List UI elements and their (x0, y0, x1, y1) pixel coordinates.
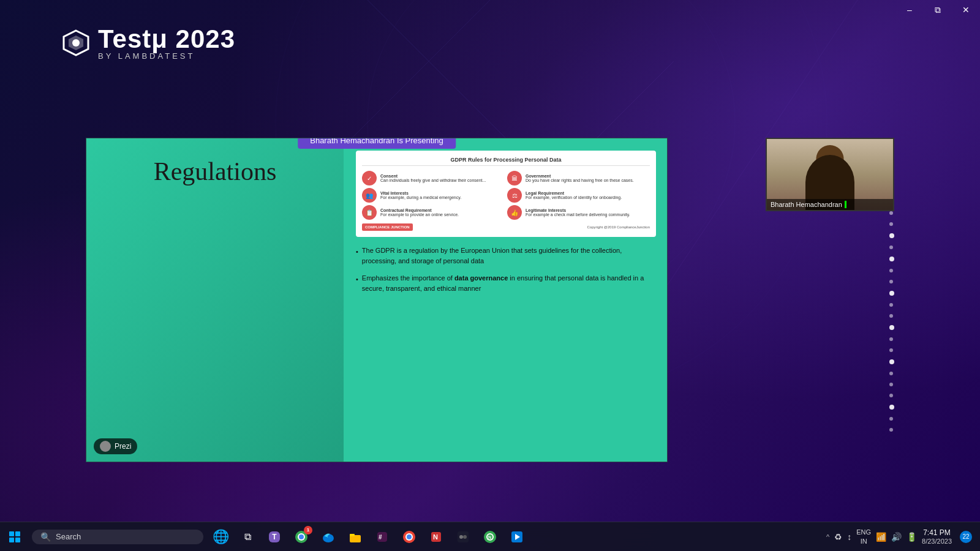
taskbar-app-cortana[interactable]: 🌐 (208, 525, 233, 549)
search-label: Search (56, 532, 81, 541)
sdot (889, 394, 893, 397)
gdpr-item-legal: ⚖ Legal Requirement For example, verific… (507, 188, 650, 203)
taskbar-app-art[interactable] (451, 525, 475, 549)
taskbar-app-explorer[interactable] (343, 525, 368, 549)
gdpr-contractual-icon: 📋 (362, 205, 377, 220)
gdpr-footer: COMPLIANCE JUNCTION Copyright @2019 Comp… (362, 223, 650, 231)
sdot (889, 314, 893, 318)
taskbar-app-teams[interactable]: T (262, 525, 287, 549)
svg-point-24 (463, 535, 467, 539)
gdpr-item-consent: ✓ Consent Can individuals freely give an… (362, 171, 505, 186)
testmu-logo-icon (61, 28, 91, 58)
tray-expand-button[interactable]: ^ (826, 533, 829, 541)
svg-text:#: # (379, 534, 382, 541)
taskbar-search[interactable]: 🔍 Search (32, 530, 203, 544)
gdpr-item-vital: 👥 Vital Interests For example, during a … (362, 188, 505, 203)
gdpr-consent-icon: ✓ (362, 171, 377, 186)
speaker-camera: Bharath Hemachandran (766, 138, 894, 211)
taskview-icon: ⧉ (244, 531, 251, 542)
gdpr-government-icon: 🏛 (507, 171, 522, 186)
svg-point-23 (459, 535, 463, 539)
prezi-watermark: Prezi (94, 438, 137, 454)
taskbar-app-edge[interactable] (316, 525, 341, 549)
close-button[interactable]: ✕ (952, 0, 980, 20)
gdpr-legitimate-icon: 👍 (507, 205, 522, 220)
sdot (889, 269, 893, 272)
speaker-name-bar: Bharath Hemachandran (767, 199, 893, 210)
sdot (889, 325, 894, 330)
logo-area: Testμ 2023 BY LAMBDATEST (61, 24, 235, 61)
gdpr-vital-icon: 👥 (362, 188, 377, 203)
gdpr-info-box: GDPR Rules for Processing Personal Data … (356, 151, 656, 237)
gdpr-legal-icon: ⚖ (507, 188, 522, 203)
sdot (889, 233, 894, 238)
svg-text:N: N (433, 533, 438, 541)
tray-recycle-icon[interactable]: ♻ (834, 532, 842, 542)
compliance-badge: COMPLIANCE JUNCTION (362, 223, 413, 231)
sdot (889, 383, 893, 386)
sdot (889, 257, 894, 261)
teams-icon: T (269, 531, 279, 542)
sdot (889, 291, 894, 296)
battery-icon[interactable]: 🔋 (907, 532, 917, 542)
sdot (889, 303, 893, 307)
sdot (889, 211, 893, 215)
taskbar-app-chrome-green[interactable]: 1 (289, 525, 314, 549)
logo-text-main: Testμ 2023 (98, 24, 235, 54)
sdot (889, 280, 893, 283)
language-selector[interactable]: ENG IN (856, 528, 871, 545)
language-region: IN (856, 537, 871, 545)
gdpr-box-title: GDPR Rules for Processing Personal Data (362, 157, 650, 166)
wifi-icon[interactable]: 📶 (876, 532, 886, 542)
speaker-name: Bharath Hemachandran (771, 201, 842, 208)
volume-icon[interactable]: 🔊 (891, 532, 902, 542)
sdot (889, 222, 893, 226)
taskbar-app-chrome-n[interactable]: N (478, 525, 502, 549)
notification-badge: 22 (960, 531, 972, 543)
taskbar: 🔍 Search 🌐 ⧉ T 1 (0, 522, 980, 551)
chrome-n-icon: N (483, 530, 497, 544)
cortana-icon: 🌐 (213, 529, 229, 545)
restore-button[interactable]: ⧉ (924, 0, 952, 20)
bullet-item-1: • The GDPR is a regulation by the Europe… (356, 246, 656, 266)
language-code: ENG (856, 528, 871, 536)
svg-rect-14 (350, 534, 355, 536)
sdot (889, 372, 893, 375)
notification-button[interactable]: 22 (957, 525, 975, 549)
bullet-dot-1: • (356, 247, 358, 257)
slack-icon: # (375, 530, 389, 544)
sdot (889, 428, 893, 432)
taskbar-app-chrome-red[interactable] (397, 525, 421, 549)
art-app-icon (456, 530, 470, 544)
sdot (889, 359, 894, 364)
clock[interactable]: 7:41 PM 8/23/2023 (922, 528, 952, 545)
media-player-icon (510, 530, 524, 544)
sdot (889, 417, 893, 421)
taskbar-app-pin[interactable]: N (424, 525, 448, 549)
slide-title: Regulations (154, 157, 277, 186)
sdot (889, 348, 893, 352)
clock-date: 8/23/2023 (922, 538, 952, 545)
windows-logo (9, 531, 20, 542)
bullet-item-2: • Emphasizes the importance of data gove… (356, 273, 656, 293)
slide-left-panel: Regulations (86, 138, 344, 462)
system-tray: ^ ♻ ↕ ENG IN 📶 🔊 🔋 7:41 PM 8/23/2023 22 (826, 525, 980, 549)
bullet-dot-2: • (356, 274, 358, 285)
svg-point-19 (407, 534, 412, 539)
taskbar-app-slack[interactable]: # (370, 525, 394, 549)
taskbar-apps: 🌐 ⧉ T 1 (208, 525, 529, 549)
side-dots-decoration (864, 211, 894, 444)
search-icon: 🔍 (40, 532, 51, 542)
bullet-text-1: The GDPR is a regulation by the European… (362, 246, 656, 266)
minimize-button[interactable]: – (895, 0, 924, 20)
taskbar-app-taskview[interactable]: ⧉ (235, 525, 260, 549)
svg-text:N: N (488, 535, 491, 539)
start-button[interactable] (0, 522, 29, 552)
prezi-logo-icon (100, 441, 111, 452)
speaker-audio-indicator (845, 201, 846, 208)
bullet-text-2: Emphasizes the importance of data govern… (362, 273, 656, 293)
chrome-badge: 1 (304, 526, 312, 534)
tray-network-icon[interactable]: ↕ (847, 532, 851, 542)
clock-time: 7:41 PM (922, 528, 952, 538)
taskbar-app-media[interactable] (505, 525, 529, 549)
